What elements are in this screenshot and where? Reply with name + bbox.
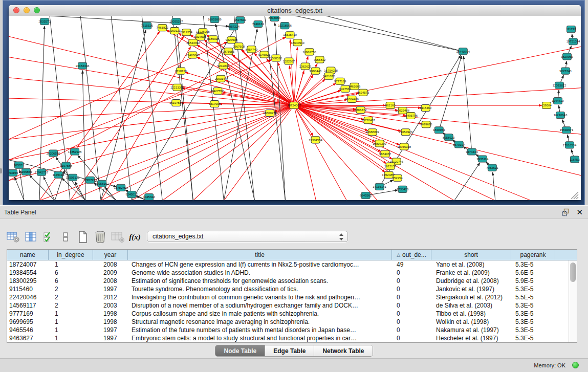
float-panel-icon[interactable]: [562, 208, 570, 216]
graph-node[interactable]: 9875685: [223, 48, 235, 55]
graph-node[interactable]: 2967608: [233, 43, 245, 50]
cell-out_degree[interactable]: 0: [392, 269, 431, 277]
graph-node[interactable]: 15720407: [361, 117, 375, 124]
graph-node[interactable]: 1244419: [552, 97, 564, 104]
graph-node[interactable]: 7515526: [141, 23, 154, 29]
cell-title[interactable]: Embryonic stem cells: a model to study s…: [128, 334, 392, 342]
delete-column-button[interactable]: [93, 230, 107, 244]
graph-node[interactable]: 9146821: [258, 51, 271, 58]
cell-in_degree[interactable]: 1: [49, 260, 93, 269]
cell-year[interactable]: 2008: [93, 260, 128, 269]
graph-node[interactable]: 12093822: [553, 82, 567, 89]
cell-pagerank[interactable]: 5.5E-5: [511, 293, 555, 301]
graph-node[interactable]: 1362625: [299, 63, 312, 70]
graph-node[interactable]: 16961758: [302, 49, 316, 55]
cell-short[interactable]: Stergiakouli et al. (2012): [431, 293, 511, 301]
cell-year[interactable]: 2009: [93, 269, 128, 277]
graph-node[interactable]: 9990448: [310, 68, 322, 74]
graph-node[interactable]: 9884067: [379, 150, 391, 157]
cell-out_degree[interactable]: 0: [392, 301, 431, 310]
graph-node[interactable]: 7463822: [157, 25, 169, 31]
table-mode-button[interactable]: [6, 230, 20, 244]
cell-name[interactable]: 9463627: [7, 334, 49, 342]
tab-network-table[interactable]: Network Table: [314, 345, 372, 356]
graph-node[interactable]: 7955812: [314, 56, 326, 63]
graph-node[interactable]: 8454749: [246, 46, 258, 53]
graph-node[interactable]: 1421072: [323, 73, 335, 79]
table-row[interactable]: 1938455462009Genome-wide association stu…: [7, 269, 577, 277]
table-select-dropdown[interactable]: citations_edges.txt: [147, 231, 348, 242]
cell-year[interactable]: 1997: [93, 285, 128, 293]
cell-name[interactable]: 22420046: [7, 293, 49, 301]
cell-title[interactable]: Disruption of a novel member of a sodium…: [128, 301, 392, 310]
graph-node[interactable]: 7946161: [252, 21, 265, 28]
resize-grip-icon[interactable]: [571, 192, 578, 199]
table-row[interactable]: 969969511998Structural magnetic resonanc…: [7, 318, 577, 326]
column-header-pagerank[interactable]: pagerank: [511, 250, 555, 260]
graph-node[interactable]: 7386372: [355, 106, 367, 113]
graph-node[interactable]: 10688809: [365, 129, 379, 136]
graph-node[interactable]: 9197588: [60, 162, 72, 169]
cell-name[interactable]: 9699695: [7, 318, 49, 326]
cell-out_degree[interactable]: 0: [392, 318, 431, 326]
cell-title[interactable]: Tourette syndrome. Phenomenology and cla…: [128, 285, 392, 293]
cell-year[interactable]: 2012: [93, 293, 128, 301]
table-row[interactable]: 1872400712008Changes of HCN gene express…: [7, 260, 577, 269]
graph-node[interactable]: 985051: [14, 162, 25, 168]
graph-node[interactable]: 12942757: [35, 169, 49, 176]
graph-node[interactable]: 9227343: [559, 68, 572, 74]
cell-year[interactable]: 1997: [93, 326, 128, 334]
cell-out_degree[interactable]: 49: [392, 260, 431, 269]
cell-pagerank[interactable]: 5.6E-5: [511, 269, 555, 277]
graph-node[interactable]: 17359928: [68, 148, 82, 155]
cell-title[interactable]: Corpus callosum shape and size in male p…: [128, 310, 392, 318]
graph-node[interactable]: 20206576: [47, 150, 60, 157]
cell-short[interactable]: Yano et al. (2008): [431, 260, 511, 269]
cell-in_degree[interactable]: 1: [49, 334, 93, 342]
graph-node[interactable]: 1615152: [384, 163, 397, 169]
graph-node[interactable]: 159584: [541, 102, 552, 108]
graph-node[interactable]: 1322037: [283, 58, 295, 64]
cell-short[interactable]: Dudbridge et al. (2008): [431, 277, 511, 285]
cell-pagerank[interactable]: 5.3E-5: [511, 301, 555, 310]
cell-title[interactable]: Genome-wide association studies in ADHD.: [128, 269, 392, 277]
graph-node[interactable]: 9317008: [209, 100, 221, 107]
graph-node[interactable]: 20153346: [76, 62, 90, 69]
left-splitter-handle[interactable]: [0, 168, 2, 173]
cell-in_degree[interactable]: 6: [49, 269, 93, 277]
graph-node[interactable]: 9327508: [226, 37, 238, 43]
cell-title[interactable]: Structural magnetic resonance image aver…: [128, 318, 392, 326]
cell-short[interactable]: Franke et al. (2009): [431, 269, 511, 277]
graph-node[interactable]: 9829960: [561, 53, 573, 60]
cell-in_degree[interactable]: 6: [49, 277, 93, 285]
table-vertical-scrollbar[interactable]: [569, 260, 577, 342]
cell-pagerank[interactable]: 5.3E-5: [511, 334, 555, 342]
graph-node[interactable]: 962160: [385, 102, 396, 108]
network-window-titlebar[interactable]: citations_edges.txt: [9, 5, 581, 16]
cell-in_degree[interactable]: 1: [49, 310, 93, 318]
create-column-button[interactable]: [76, 230, 90, 244]
table-row[interactable]: 946554611997Estimation of the future num…: [7, 326, 577, 334]
graph-node[interactable]: 17016534: [563, 142, 577, 148]
graph-node[interactable]: 19218506: [278, 23, 292, 29]
function-builder-button[interactable]: f(x): [128, 230, 142, 244]
table-row[interactable]: 1456911722003Disruption of a novel membe…: [7, 301, 577, 310]
graph-node[interactable]: 13958167: [95, 180, 109, 187]
scrollbar-thumb[interactable]: [570, 262, 576, 282]
cell-pagerank[interactable]: 5.3E-5: [511, 326, 555, 334]
graph-node[interactable]: 6679197: [453, 141, 465, 148]
graph-node[interactable]: 9242848: [217, 62, 230, 69]
graph-node[interactable]: 2903144: [215, 75, 227, 82]
graph-node[interactable]: 16107554: [169, 99, 183, 106]
cell-name[interactable]: 14569117: [7, 301, 49, 310]
cell-pagerank[interactable]: 5.3E-5: [511, 310, 555, 318]
graph-node[interactable]: 19751074: [567, 38, 580, 45]
cell-short[interactable]: Jankovic et al. (1997): [431, 285, 511, 293]
cell-in_degree[interactable]: 2: [49, 293, 93, 301]
cell-out_degree[interactable]: 0: [392, 326, 431, 334]
cell-pagerank[interactable]: 5.3E-5: [511, 318, 555, 326]
cell-out_degree[interactable]: 0: [392, 310, 431, 318]
cell-name[interactable]: 9465546: [7, 326, 49, 334]
cell-pagerank[interactable]: 5.3E-5: [511, 285, 555, 293]
cell-name[interactable]: 18300295: [7, 277, 49, 285]
